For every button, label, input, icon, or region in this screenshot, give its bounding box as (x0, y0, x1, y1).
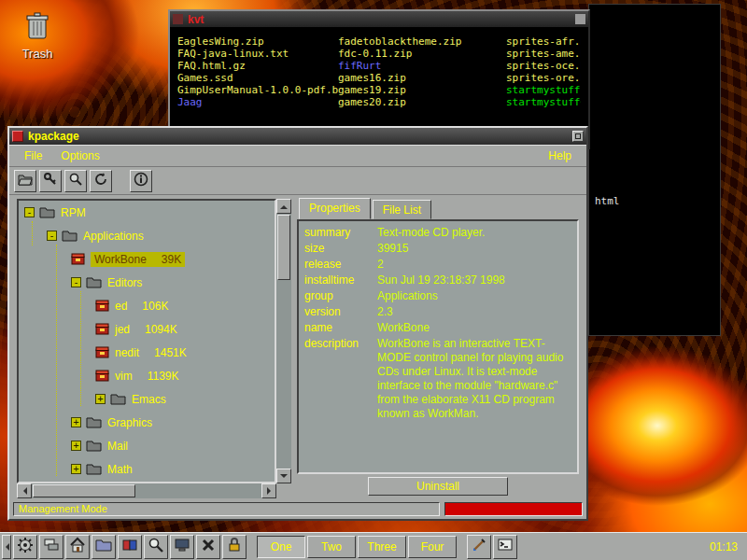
terminal-icon (497, 538, 514, 556)
expand-icon[interactable] (95, 394, 106, 404)
scroll-right-button[interactable] (261, 483, 276, 498)
collapse-icon[interactable] (47, 231, 57, 241)
open-folder-icon (18, 173, 33, 189)
package-tree[interactable]: RPM Applications WorkBone 39K (17, 199, 276, 483)
tree-item-nedit[interactable]: nedit 1451K (19, 341, 275, 364)
tree-item-label: Graphics (107, 416, 152, 429)
window-list-icon (43, 537, 60, 557)
maximize-button[interactable] (572, 131, 584, 142)
tab-file-list[interactable]: File List (373, 200, 431, 219)
window-list-button[interactable] (39, 535, 63, 559)
info-icon (134, 172, 148, 190)
scroll-down-button[interactable] (276, 469, 291, 483)
kpackage-menubar: File Options Help (9, 145, 586, 167)
terminal-line: GimpUserManual-1.0.0-pdf.bz2games19.zips… (177, 84, 581, 96)
window-menu-button[interactable] (12, 131, 23, 142)
tree-item-label: Applications (83, 230, 144, 243)
workspace-four-button[interactable]: Four (408, 536, 457, 558)
tree-item-label: nedit (115, 346, 139, 359)
tab-properties[interactable]: Properties (299, 198, 371, 219)
paintbrush-icon (471, 537, 487, 557)
menu-options[interactable]: Options (51, 147, 108, 164)
expand-icon[interactable] (71, 464, 81, 474)
collapse-icon[interactable] (71, 277, 81, 287)
scroll-left-button[interactable] (17, 483, 32, 498)
kvt-terminal-output[interactable]: EaglesWing.zipfadetoblacktheme.zipsprite… (170, 27, 588, 108)
menu-file[interactable]: File (15, 147, 51, 164)
folder-icon (39, 206, 55, 218)
expand-icon[interactable] (71, 441, 81, 451)
tree-item-vim[interactable]: vim 1139K (19, 364, 275, 387)
tree-item-size: 1451K (154, 346, 187, 359)
maximize-icon (575, 133, 581, 139)
find-button[interactable] (144, 535, 168, 559)
tree-vertical-scrollbar[interactable] (276, 199, 291, 483)
expand-icon[interactable] (71, 417, 81, 427)
collapse-icon[interactable] (24, 207, 35, 217)
refresh-icon (93, 172, 108, 190)
tree-item-label: RPM (61, 206, 86, 219)
scroll-up-button[interactable] (276, 199, 291, 214)
info-button[interactable] (130, 170, 152, 192)
package-tree-panel: RPM Applications WorkBone 39K (17, 199, 291, 498)
package-icon (71, 253, 85, 265)
panel-app-icons (467, 535, 517, 559)
help-book-icon (121, 538, 138, 556)
k-menu-gear-icon (17, 537, 34, 557)
kill-window-button[interactable] (196, 535, 220, 559)
panel-hide-button[interactable] (2, 535, 11, 559)
menu-help[interactable]: Help (539, 147, 581, 164)
package-details-panel: Properties File List summaryText-mode CD… (297, 199, 579, 498)
trash-desktop-icon[interactable]: Trash (13, 11, 62, 61)
tree-item-graphics[interactable]: Graphics (19, 411, 275, 434)
tree-item-size: 39K (162, 253, 181, 266)
refresh-button[interactable] (90, 170, 112, 192)
workspace-two-button[interactable]: Two (307, 536, 356, 558)
tree-item-jed[interactable]: jed 1094K (19, 317, 275, 341)
tree-item-mail[interactable]: Mail (19, 434, 275, 457)
background-terminal-window[interactable]: html (588, 4, 721, 336)
open-folder-button[interactable] (14, 170, 36, 192)
k-menu-button[interactable] (13, 535, 37, 559)
kpackage-main-area: RPM Applications WorkBone 39K (9, 195, 586, 498)
kvt-menu-button[interactable] (173, 14, 183, 24)
folder-button[interactable] (92, 535, 116, 559)
scroll-track[interactable] (136, 483, 261, 498)
tree-item-math[interactable]: Math (19, 457, 275, 481)
property-row: groupApplications (304, 289, 571, 303)
tree-item-editors[interactable]: Editors (19, 271, 275, 294)
workspace-one-button[interactable]: One (257, 536, 305, 558)
tree-item-emacs[interactable]: Emacs (19, 387, 275, 411)
action-row: Uninstall (297, 474, 579, 498)
trash-label: Trash (13, 47, 62, 61)
kpackage-window[interactable]: kpackage File Options Help (7, 126, 588, 521)
package-icon (95, 300, 109, 312)
konsole-app-button[interactable] (493, 535, 517, 559)
scroll-track[interactable] (276, 281, 291, 469)
search-button[interactable] (64, 170, 87, 192)
home-button[interactable] (65, 535, 90, 559)
lock-screen-button[interactable] (222, 535, 247, 559)
vertical-scroll-thumb[interactable] (277, 215, 290, 280)
horizontal-scroll-thumb[interactable] (33, 484, 135, 497)
help-button[interactable] (118, 535, 142, 559)
uninstall-button[interactable]: Uninstall (368, 477, 508, 496)
tree-horizontal-scrollbar[interactable] (17, 483, 276, 498)
tree-item-label: Mail (107, 440, 128, 453)
display-settings-button[interactable] (170, 535, 194, 559)
selected-row-highlight: WorkBone 39K (91, 252, 185, 267)
tree-item-ed[interactable]: ed 106K (19, 294, 275, 317)
tree-item-applications[interactable]: Applications (19, 224, 275, 247)
tree-item-workbone-selected[interactable]: WorkBone 39K (19, 247, 275, 271)
properties-view[interactable]: summaryText-mode CD player. size39915 re… (297, 219, 579, 474)
panel-clock: 01:13 (710, 540, 745, 553)
tree-item-rpm[interactable]: RPM (19, 201, 275, 224)
workspace-three-button[interactable]: Three (358, 536, 406, 558)
key-button[interactable] (39, 170, 62, 192)
kpackage-titlebar[interactable]: kpackage (9, 128, 586, 145)
kvt-maximize-button[interactable] (575, 14, 585, 24)
paint-app-button[interactable] (467, 535, 491, 559)
tree-item-size: 1139K (148, 370, 179, 383)
kvt-titlebar[interactable]: kvt (170, 11, 588, 27)
tree-item-label: Editors (107, 276, 142, 289)
